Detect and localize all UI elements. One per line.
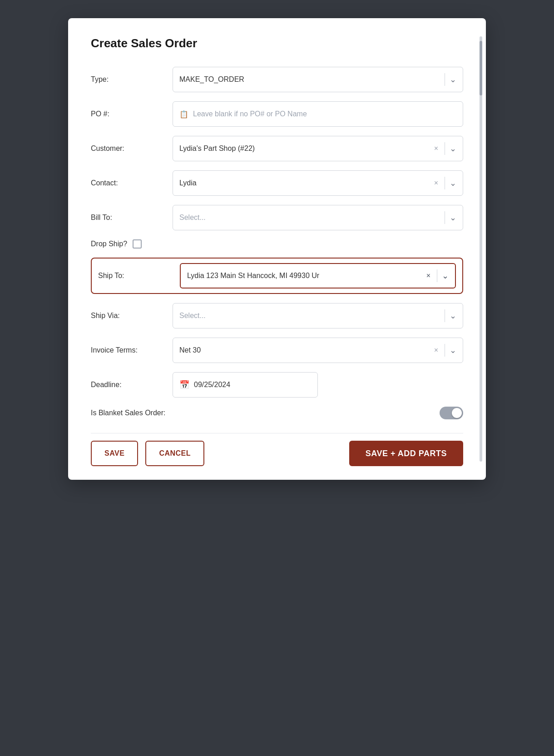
customer-divider [445, 142, 445, 155]
invoice-terms-clear-icon[interactable]: × [434, 346, 438, 354]
drop-ship-label: Drop Ship? [91, 240, 127, 248]
customer-select[interactable]: Lydia's Part Shop (#22) × ⌄ [173, 136, 463, 161]
is-blanket-toggle[interactable] [440, 407, 463, 419]
ship-to-chevron-icon: ⌄ [442, 271, 449, 281]
invoice-terms-chevron-icon: ⌄ [450, 345, 456, 355]
contact-control: Lydia × ⌄ [173, 170, 463, 196]
clipboard-icon: 📋 [179, 110, 188, 119]
contact-clear-icon[interactable]: × [434, 179, 438, 187]
modal-title: Create Sales Order [91, 36, 463, 50]
type-divider [445, 73, 445, 86]
drop-ship-checkbox[interactable] [133, 239, 142, 249]
is-blanket-label: Is Blanket Sales Order: [91, 409, 440, 417]
deadline-value: 09/25/2024 [194, 381, 230, 389]
invoice-terms-select[interactable]: Net 30 × ⌄ [173, 338, 463, 363]
customer-value: Lydia's Part Shop (#22) [179, 144, 434, 153]
ship-via-chevron-icon: ⌄ [450, 311, 456, 321]
type-value: MAKE_TO_ORDER [179, 75, 440, 84]
ship-to-divider [437, 269, 437, 282]
ship-via-select[interactable]: Select... ⌄ [173, 303, 463, 328]
invoice-terms-divider [445, 344, 445, 357]
deadline-row: Deadline: 📅 09/25/2024 [91, 372, 463, 398]
scrollbar[interactable] [480, 36, 482, 462]
ship-to-value: Lydia 123 Main St Hancock, MI 49930 Ur [187, 272, 426, 280]
customer-chevron-icon: ⌄ [450, 144, 456, 154]
po-number-input[interactable] [193, 110, 456, 118]
footer-buttons: SAVE CANCEL SAVE + ADD PARTS [91, 433, 463, 466]
calendar-icon: 📅 [179, 380, 189, 390]
cancel-button[interactable]: CANCEL [145, 441, 204, 466]
bill-to-divider [445, 211, 445, 224]
contact-value: Lydia [179, 179, 434, 187]
bill-to-select[interactable]: Select... ⌄ [173, 205, 463, 230]
po-number-row: PO #: 📋 [91, 101, 463, 127]
ship-to-select[interactable]: Lydia 123 Main St Hancock, MI 49930 Ur ×… [180, 263, 456, 288]
ship-to-label: Ship To: [98, 272, 180, 280]
ship-via-control: Select... ⌄ [173, 303, 463, 328]
invoice-terms-control: Net 30 × ⌄ [173, 338, 463, 363]
contact-divider [445, 177, 445, 189]
ship-via-row: Ship Via: Select... ⌄ [91, 303, 463, 328]
customer-row: Customer: Lydia's Part Shop (#22) × ⌄ [91, 136, 463, 161]
ship-to-clear-icon[interactable]: × [426, 272, 430, 280]
ship-to-highlighted-row: Ship To: Lydia 123 Main St Hancock, MI 4… [91, 258, 463, 294]
bill-to-control: Select... ⌄ [173, 205, 463, 230]
customer-clear-icon[interactable]: × [434, 144, 438, 153]
invoice-terms-value: Net 30 [179, 346, 434, 354]
modal-overlay: Create Sales Order Type: MAKE_TO_ORDER ⌄… [0, 0, 554, 756]
type-row: Type: MAKE_TO_ORDER ⌄ [91, 67, 463, 92]
footer-left-buttons: SAVE CANCEL [91, 441, 204, 466]
bill-to-placeholder: Select... [179, 214, 440, 222]
invoice-terms-row: Invoice Terms: Net 30 × ⌄ [91, 338, 463, 363]
customer-control: Lydia's Part Shop (#22) × ⌄ [173, 136, 463, 161]
save-button[interactable]: SAVE [91, 441, 138, 466]
type-select[interactable]: MAKE_TO_ORDER ⌄ [173, 67, 463, 92]
drop-ship-row: Drop Ship? [91, 239, 463, 249]
ship-via-placeholder: Select... [179, 312, 440, 320]
bill-to-label: Bill To: [91, 214, 173, 222]
toggle-knob [452, 408, 462, 418]
bill-to-chevron-icon: ⌄ [450, 213, 456, 223]
bill-to-row: Bill To: Select... ⌄ [91, 205, 463, 230]
po-number-control: 📋 [173, 101, 463, 127]
type-chevron-icon: ⌄ [450, 75, 456, 85]
type-control: MAKE_TO_ORDER ⌄ [173, 67, 463, 92]
deadline-input[interactable]: 📅 09/25/2024 [173, 372, 318, 398]
type-label: Type: [91, 75, 173, 84]
invoice-terms-label: Invoice Terms: [91, 346, 173, 354]
deadline-label: Deadline: [91, 381, 173, 389]
scrollbar-thumb[interactable] [480, 41, 482, 95]
is-blanket-row: Is Blanket Sales Order: [91, 407, 463, 419]
contact-select[interactable]: Lydia × ⌄ [173, 170, 463, 196]
deadline-control: 📅 09/25/2024 [173, 372, 463, 398]
po-number-input-wrapper[interactable]: 📋 [173, 101, 463, 127]
save-add-parts-button[interactable]: SAVE + ADD PARTS [349, 441, 463, 466]
contact-row: Contact: Lydia × ⌄ [91, 170, 463, 196]
ship-via-divider [445, 309, 445, 322]
contact-label: Contact: [91, 179, 173, 187]
ship-via-label: Ship Via: [91, 312, 173, 320]
contact-chevron-icon: ⌄ [450, 178, 456, 188]
customer-label: Customer: [91, 144, 173, 153]
po-number-label: PO #: [91, 110, 173, 118]
create-sales-order-modal: Create Sales Order Type: MAKE_TO_ORDER ⌄… [68, 18, 486, 480]
